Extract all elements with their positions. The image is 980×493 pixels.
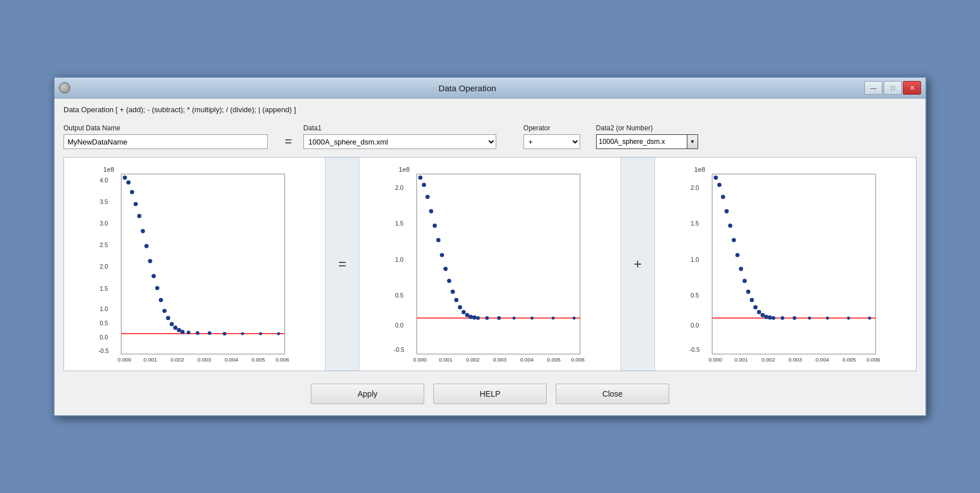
svg-point-100 (742, 279, 746, 283)
svg-text:0.5: 0.5 (395, 292, 404, 299)
svg-text:0.0: 0.0 (691, 322, 699, 329)
svg-point-62 (451, 290, 455, 294)
maximize-button[interactable]: □ (884, 81, 902, 95)
svg-point-73 (530, 317, 533, 320)
operator-section: Operator + - * / | (523, 124, 592, 149)
svg-point-14 (126, 180, 130, 184)
svg-text:0.006: 0.006 (276, 356, 289, 363)
equals-sign: = (278, 134, 299, 149)
chart-equals-separator: = (326, 158, 360, 371)
svg-point-75 (573, 317, 576, 320)
svg-text:2.5: 2.5 (100, 241, 108, 248)
chart-plus-separator: + (621, 158, 655, 371)
chart1-cell: 1e8 4.0 3.5 3.0 2.5 2.0 1.5 1.0 0.5 0.0 … (64, 158, 326, 371)
svg-point-34 (241, 332, 244, 335)
svg-point-114 (868, 317, 871, 320)
title-bar: Data Operation — □ ✕ (54, 78, 926, 99)
svg-text:-0.5: -0.5 (394, 346, 404, 353)
operator-select[interactable]: + - * / | (523, 134, 580, 149)
svg-text:3.0: 3.0 (100, 220, 108, 227)
svg-point-74 (552, 317, 555, 320)
svg-point-19 (145, 244, 149, 248)
svg-point-36 (277, 332, 280, 335)
svg-point-101 (746, 290, 750, 294)
svg-text:0.002: 0.002 (466, 356, 480, 363)
svg-text:0.5: 0.5 (100, 320, 108, 326)
svg-text:0.001: 0.001 (143, 356, 157, 363)
instruction-text: Data Operation [ + (add); - (subtract); … (64, 105, 916, 114)
svg-point-93 (717, 183, 721, 187)
svg-point-112 (826, 317, 829, 320)
svg-text:1.5: 1.5 (100, 285, 108, 292)
svg-point-70 (485, 316, 489, 320)
chart2-container: 1e8 2.0 1.5 1.0 0.5 0.0 -0.5 (364, 162, 616, 366)
data2-section: Data2 (or Number) ▼ (596, 124, 916, 149)
window-controls: — □ ✕ (864, 81, 921, 95)
apply-button[interactable]: Apply (311, 384, 424, 404)
svg-text:0.000: 0.000 (117, 356, 131, 363)
svg-point-31 (196, 332, 199, 335)
svg-point-35 (259, 332, 262, 335)
data1-label: Data1 (303, 124, 322, 132)
data2-text-input[interactable] (596, 134, 687, 149)
svg-point-61 (447, 279, 451, 283)
svg-point-108 (772, 316, 775, 320)
svg-point-20 (148, 259, 152, 263)
svg-point-58 (436, 238, 440, 242)
svg-point-98 (736, 253, 740, 257)
svg-text:1e8: 1e8 (103, 165, 114, 173)
output-section: Output Data Name (64, 124, 273, 149)
svg-text:0.000: 0.000 (708, 356, 722, 363)
svg-point-71 (497, 316, 501, 320)
svg-text:0.003: 0.003 (197, 356, 211, 363)
chart2-svg: 1e8 2.0 1.5 1.0 0.5 0.0 -0.5 (364, 162, 616, 366)
help-button[interactable]: HELP (433, 384, 547, 404)
window-title: Data Operation (438, 83, 496, 93)
svg-text:2.0: 2.0 (100, 263, 108, 270)
svg-text:0.001: 0.001 (439, 356, 453, 363)
svg-point-16 (134, 202, 138, 206)
svg-point-67 (468, 314, 472, 318)
main-window: Data Operation — □ ✕ Data Operation [ + … (53, 76, 927, 416)
svg-point-92 (713, 176, 717, 180)
svg-point-17 (137, 214, 141, 218)
data2-dropdown-button[interactable]: ▼ (687, 134, 698, 149)
svg-text:0.006: 0.006 (571, 356, 585, 363)
svg-text:0.000: 0.000 (413, 356, 426, 363)
svg-point-22 (155, 286, 159, 290)
svg-point-65 (462, 310, 466, 314)
svg-text:1.5: 1.5 (395, 220, 404, 227)
svg-point-32 (208, 332, 211, 335)
close-window-button[interactable]: ✕ (903, 81, 921, 95)
title-center: Data Operation (70, 83, 864, 93)
title-bar-left (59, 82, 70, 94)
svg-point-21 (151, 274, 155, 278)
close-button[interactable]: Close (556, 384, 669, 404)
svg-point-102 (750, 298, 754, 302)
svg-point-27 (173, 326, 177, 330)
svg-point-64 (458, 305, 462, 309)
operator-label: Operator (523, 124, 550, 132)
svg-text:1e8: 1e8 (694, 165, 705, 173)
svg-text:3.5: 3.5 (100, 198, 108, 205)
svg-point-105 (761, 313, 764, 317)
minimize-button[interactable]: — (864, 81, 882, 95)
svg-point-104 (757, 310, 761, 314)
svg-text:0.5: 0.5 (691, 292, 699, 299)
svg-text:0.004: 0.004 (225, 356, 239, 363)
svg-point-106 (764, 314, 768, 318)
svg-text:0.002: 0.002 (171, 356, 184, 363)
svg-point-96 (728, 224, 732, 228)
svg-point-28 (177, 328, 181, 332)
svg-text:0.005: 0.005 (252, 356, 265, 363)
svg-text:0.004: 0.004 (520, 356, 534, 363)
svg-point-107 (768, 316, 772, 320)
svg-text:0.001: 0.001 (734, 356, 748, 363)
svg-point-18 (141, 229, 145, 233)
output-name-input[interactable] (64, 134, 268, 149)
svg-rect-51 (417, 174, 580, 354)
data1-select[interactable]: 1000A_sphere_dsm.xml (303, 134, 496, 149)
svg-point-53 (418, 176, 422, 180)
svg-text:-0.5: -0.5 (690, 346, 700, 353)
chart1-svg: 1e8 4.0 3.5 3.0 2.5 2.0 1.5 1.0 0.5 0.0 … (69, 162, 320, 366)
